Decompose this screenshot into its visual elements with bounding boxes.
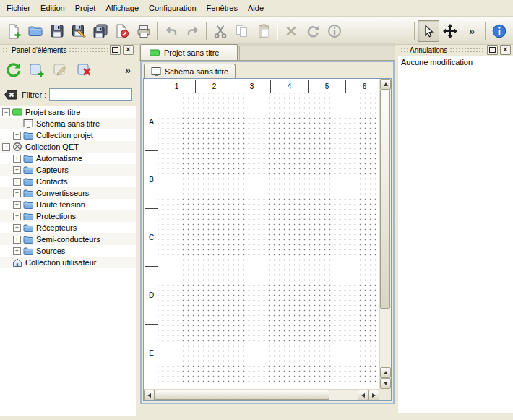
vertical-scrollbar[interactable] (379, 79, 391, 389)
tree-item-automatisme[interactable]: +Automatisme (0, 153, 136, 164)
delete-selection-button[interactable] (280, 20, 302, 42)
save-all-button[interactable] (90, 20, 111, 42)
menu-item-affichage[interactable]: Affichage (100, 1, 144, 14)
scroll-left-button[interactable] (144, 390, 155, 400)
redo-button[interactable] (182, 20, 204, 42)
row-label: B (145, 151, 158, 209)
tree-expander-icon[interactable]: + (13, 189, 21, 197)
tree-item-semi-conducteurs[interactable]: +Semi-conducteurs (0, 233, 136, 245)
about-button[interactable] (488, 20, 510, 42)
horizontal-scrollbar[interactable] (144, 389, 379, 400)
paste-button[interactable] (253, 20, 275, 42)
new-document-button[interactable] (3, 20, 25, 42)
tree-item-sche-ma-sans-titre[interactable]: Schéma sans titre (0, 118, 136, 129)
column-label: 6 (346, 80, 384, 93)
print-button[interactable] (133, 20, 155, 42)
tree-item-haute-tension[interactable]: +Haute tension (0, 199, 136, 210)
open-document-button[interactable] (25, 20, 46, 42)
save-as-button[interactable] (68, 20, 90, 42)
undo-panel-titlebar[interactable]: Annulations × (398, 43, 513, 56)
close-document-button[interactable] (111, 20, 133, 42)
horizontal-scroll-thumb[interactable] (155, 390, 329, 400)
tree-item-label: Récepteurs (36, 223, 77, 232)
right-arrow-icon (372, 393, 376, 398)
schema-tab[interactable]: Schéma sans titre (144, 64, 236, 78)
tree-item-protections[interactable]: +Protections (0, 210, 136, 222)
tree-item-label: Semi-conducteurs (36, 235, 100, 244)
column-label: 1 (158, 80, 196, 93)
scroll-down-button[interactable] (380, 378, 391, 389)
tree-item-convertisseurs[interactable]: +Convertisseurs (0, 187, 136, 199)
tree-expander-icon[interactable]: + (13, 224, 21, 232)
rotate-selection-button[interactable] (302, 20, 324, 42)
row-ruler: ABCDE (145, 93, 158, 382)
tree-expander-icon[interactable]: + (13, 132, 21, 140)
save-button[interactable] (46, 20, 68, 42)
menu-item-e-dition[interactable]: Édition (35, 1, 70, 14)
project-tab[interactable]: Projet sans titre (140, 44, 238, 60)
close-dock-button[interactable]: × (500, 45, 511, 55)
visualisation-mode-button[interactable] (439, 20, 461, 42)
scroll-left-button-2[interactable] (358, 390, 368, 400)
scroll-up-button-2[interactable] (380, 367, 391, 378)
menu-item-fichier[interactable]: Fichier (1, 1, 35, 14)
elements-tree: −Projet sans titreSchéma sans titre+Coll… (0, 106, 136, 416)
tree-item-capteurs[interactable]: +Capteurs (0, 164, 136, 176)
tree-expander-icon[interactable]: + (13, 155, 21, 163)
tree-item-sources[interactable]: +Sources (0, 245, 136, 257)
undo-button[interactable] (160, 20, 182, 42)
close-dock-button[interactable]: × (123, 45, 134, 55)
edit-element-button[interactable] (50, 60, 72, 80)
project-window: Schéma sans titre 123456 ABCDE (140, 61, 395, 404)
tree-item-contacts[interactable]: +Contacts (0, 176, 136, 187)
scroll-right-button[interactable] (368, 390, 379, 400)
menu-item-aide[interactable]: Aide (243, 1, 269, 14)
scroll-up-button[interactable] (380, 79, 391, 90)
menu-item-projet[interactable]: Projet (70, 1, 101, 14)
tree-expander-icon[interactable]: + (13, 178, 21, 186)
tree-expander-icon[interactable]: + (13, 247, 21, 255)
elements-panel-title: Panel d'éléments (12, 46, 66, 54)
menu-item-fene-tres[interactable]: Fenêtres (202, 1, 243, 14)
tree-item-re-cepteurs[interactable]: +Récepteurs (0, 222, 136, 233)
menu-item-configuration[interactable]: Configuration (144, 1, 201, 14)
tree-expander-icon[interactable]: + (13, 213, 21, 220)
tree-expander-icon[interactable]: + (13, 166, 21, 174)
workspace: Projet sans titre Schéma sans titre 1234… (139, 43, 395, 420)
horizontal-scroll-track[interactable] (155, 390, 358, 400)
undo-list-item[interactable]: Aucune modification (398, 56, 513, 69)
tree-item-label: Protections (36, 212, 76, 220)
tree-item-projet-sans-titre[interactable]: −Projet sans titre (0, 106, 136, 118)
new-element-button[interactable] (26, 60, 48, 80)
schema-canvas[interactable] (158, 93, 384, 382)
tree-item-collection-utilisateur[interactable]: Collection utilisateur (0, 257, 136, 268)
elements-toolbar-buttons (2, 60, 95, 80)
elements-panel-titlebar[interactable]: Panel d'éléments × (0, 43, 136, 56)
tree-expander-icon[interactable]: − (2, 108, 10, 116)
float-dock-button[interactable] (487, 45, 498, 55)
tree-expander-icon[interactable]: + (13, 201, 21, 209)
project-tab-label: Projet sans titre (164, 48, 219, 57)
filter-input[interactable] (49, 88, 132, 101)
elements-toolbar-overflow-button[interactable]: » (122, 60, 134, 80)
vertical-scroll-track[interactable] (380, 90, 391, 367)
elements-toolbar: » (0, 56, 136, 84)
qelectrotech-window: FichierÉditionProjetAffichageConfigurati… (0, 0, 513, 420)
tree-item-collection-qet[interactable]: −Collection QET (0, 141, 136, 153)
selection-mode-button[interactable] (418, 20, 439, 42)
toolbar-overflow-button[interactable]: » (461, 20, 483, 42)
reload-collections-button[interactable] (2, 60, 24, 80)
tree-expander-icon[interactable]: + (13, 236, 21, 244)
clear-filter-button[interactable] (3, 88, 19, 101)
filter-label: Filtrer : (22, 90, 46, 99)
dock-grip (2, 47, 9, 53)
selection-properties-button[interactable] (324, 20, 345, 42)
vertical-scroll-thumb[interactable] (380, 90, 390, 309)
schema-sheet[interactable]: 123456 ABCDE (145, 80, 384, 383)
delete-element-button[interactable] (74, 60, 95, 80)
tree-expander-icon[interactable]: − (2, 143, 10, 151)
copy-button[interactable] (231, 20, 253, 42)
cut-button[interactable] (210, 20, 231, 42)
tree-item-collection-projet[interactable]: +Collection projet (0, 129, 136, 141)
float-dock-button[interactable] (110, 45, 121, 55)
